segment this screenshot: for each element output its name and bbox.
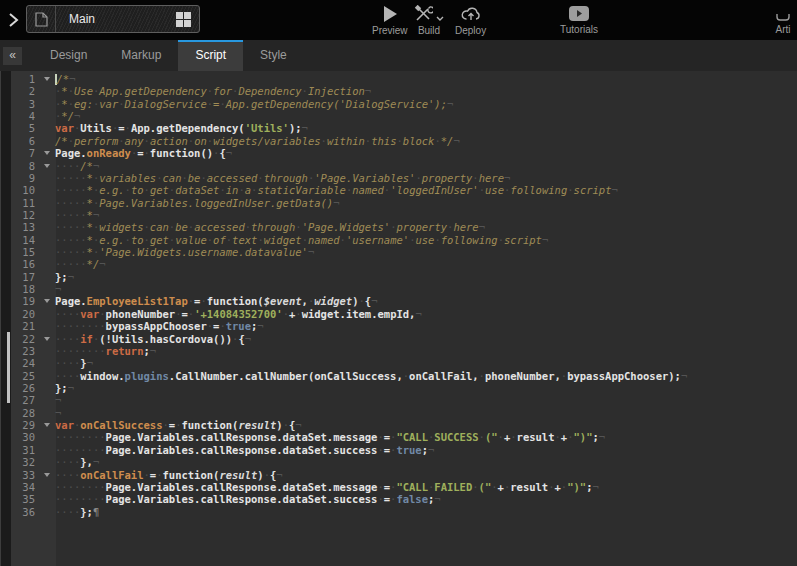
code-line[interactable]: 23········return;¬	[0, 345, 797, 357]
page-selector[interactable]: Main	[26, 5, 200, 33]
line-number: 22	[0, 333, 41, 345]
fold-marker-icon[interactable]	[41, 333, 55, 345]
current-page-label: Main	[56, 12, 176, 26]
fold-marker-icon[interactable]	[41, 469, 55, 481]
code-line[interactable]: 35········Page.Variables.callResponse.da…	[0, 493, 797, 505]
tutorials-button[interactable]: Tutorials	[560, 5, 598, 35]
line-number: 17	[0, 271, 41, 283]
code-text: ·····*/¬	[55, 258, 106, 270]
code-line[interactable]: 36····};¶	[0, 506, 797, 518]
code-line[interactable]: 30········Page.Variables.callResponse.da…	[0, 431, 797, 443]
tab-markup[interactable]: Markup	[104, 40, 178, 71]
preview-button[interactable]: Preview	[372, 5, 408, 36]
artifacts-button-clipped[interactable]: Arti	[775, 5, 791, 35]
tab-design[interactable]: Design	[33, 40, 104, 71]
fold-column	[41, 221, 55, 233]
code-line[interactable]: 9·····*·variables·can·be·accessed·throug…	[0, 172, 797, 184]
code-line[interactable]: 14·····*·e.g.·to·get·value·of·text·widge…	[0, 234, 797, 246]
code-text: };¬	[55, 271, 74, 283]
end-of-line-mark: ¬	[150, 345, 156, 357]
end-of-line-mark: ¬	[93, 456, 99, 468]
code-line[interactable]: 12·····*¬	[0, 209, 797, 221]
code-line[interactable]: 20····var·phoneNumber·=·'+14084352700'·+…	[0, 308, 797, 320]
fold-column	[41, 370, 55, 382]
code-line[interactable]: 15·····*·'Page.Widgets.username.datavalu…	[0, 246, 797, 258]
tab-style[interactable]: Style	[243, 40, 304, 71]
code-line[interactable]: 25····window.plugins.CallNumber.callNumb…	[0, 370, 797, 382]
fold-marker-icon[interactable]	[41, 295, 55, 307]
code-line[interactable]: 26};¬	[0, 382, 797, 394]
end-of-line-mark: ¬	[276, 469, 282, 481]
code-line[interactable]: 7Page.onReady·=·function()·{¬	[0, 147, 797, 159]
fold-marker-icon[interactable]	[41, 160, 55, 172]
fold-column	[41, 481, 55, 493]
chevron-right-icon[interactable]	[8, 12, 20, 28]
line-number: 33	[0, 469, 41, 481]
script-editor[interactable]: 1/*¬2·*·Use·App.getDependency·for·Depend…	[0, 71, 797, 566]
code-text: ····}¬	[55, 357, 93, 369]
code-line[interactable]: 16·····*/¬	[0, 258, 797, 270]
line-number: 7	[0, 147, 41, 159]
tab-script[interactable]: Script	[178, 40, 243, 71]
end-of-line-mark: ¬	[99, 258, 105, 270]
end-of-line-mark: ¬	[333, 197, 339, 209]
code-line[interactable]: 32····},¬	[0, 456, 797, 468]
code-line[interactable]: 8····/*¬	[0, 160, 797, 172]
code-text: ·····*·widgets·can·be·accessed·through·'…	[55, 221, 485, 233]
code-line[interactable]: 29var·onCallSuccess·=·function(result)·{…	[0, 419, 797, 431]
code-line[interactable]: 18¬	[0, 283, 797, 295]
grid-icon[interactable]	[176, 12, 191, 27]
line-number: 23	[0, 345, 41, 357]
code-line[interactable]: 11·····*·Page.Variables.loggedInUser.get…	[0, 197, 797, 209]
code-line[interactable]: 13·····*·widgets·can·be·accessed·through…	[0, 221, 797, 233]
end-of-line-mark: ¬	[226, 147, 232, 159]
code-line[interactable]: 34········Page.Variables.callResponse.da…	[0, 481, 797, 493]
code-lines[interactable]: 1/*¬2·*·Use·App.getDependency·for·Depend…	[0, 73, 797, 518]
end-of-line-mark: ¬	[93, 160, 99, 172]
build-button[interactable]: Build	[414, 5, 444, 36]
code-line[interactable]: 10·····*·e.g.·to·get·dataSet·in·a·static…	[0, 184, 797, 196]
fold-column	[41, 382, 55, 394]
code-line[interactable]: 28¬	[0, 407, 797, 419]
fold-column	[41, 246, 55, 258]
document-icon	[27, 6, 56, 32]
code-text: ····var·phoneNumber·=·'+14084352700'·+·w…	[55, 308, 422, 320]
deploy-label: Deploy	[455, 25, 486, 36]
fold-column	[41, 172, 55, 184]
code-text: var·onCallSuccess·=·function(result)·{¬	[55, 419, 302, 431]
end-of-line-mark: ¬	[599, 431, 605, 443]
line-number: 6	[0, 135, 41, 147]
code-line[interactable]: 22····if·(!Utils.hasCordova())·{¬	[0, 333, 797, 345]
collapse-panel-icon[interactable]: «	[3, 47, 22, 65]
code-line[interactable]: 19Page.EmployeeList1Tap·=·function($even…	[0, 295, 797, 307]
code-line[interactable]: 1/*¬	[0, 73, 797, 85]
end-of-line-mark: ¬	[504, 172, 510, 184]
fold-marker-icon[interactable]	[41, 73, 55, 85]
code-line[interactable]: 3·*·eg:·var·DialogService·=·App.getDepen…	[0, 98, 797, 110]
deploy-button[interactable]: Deploy	[455, 5, 486, 36]
code-text: ·····*·e.g.·to·get·dataSet·in·a·staticVa…	[55, 184, 618, 196]
code-line[interactable]: 31········Page.Variables.callResponse.da…	[0, 444, 797, 456]
code-line[interactable]: 24····}¬	[0, 357, 797, 369]
code-line[interactable]: 17};¬	[0, 271, 797, 283]
code-line[interactable]: 2·*·Use·App.getDependency·for·Dependency…	[0, 85, 797, 97]
fold-marker-icon[interactable]	[41, 147, 55, 159]
code-line[interactable]: 27¬	[0, 394, 797, 406]
code-line[interactable]: 21········bypassAppChooser·=·true;¬	[0, 320, 797, 332]
code-line[interactable]: 5var·Utils·=·App.getDependency('Utils');…	[0, 122, 797, 134]
line-number: 32	[0, 456, 41, 468]
chevron-down-icon[interactable]	[436, 16, 444, 22]
end-of-line-mark: ¬	[415, 308, 421, 320]
line-number: 31	[0, 444, 41, 456]
fold-column	[41, 283, 55, 295]
fold-marker-icon[interactable]	[41, 419, 55, 431]
code-text: ····onCallFail·=·function(result)·{¬	[55, 469, 283, 481]
code-line[interactable]: 33····onCallFail·=·function(result)·{¬	[0, 469, 797, 481]
code-line[interactable]: 6/*·perform·any·action·on·widgets/variab…	[0, 135, 797, 147]
line-number: 28	[0, 407, 41, 419]
code-text: ····window.plugins.CallNumber.callNumber…	[55, 370, 687, 382]
line-number: 10	[0, 184, 41, 196]
end-of-line-mark: ¬	[434, 493, 440, 505]
code-line[interactable]: 4·*/¬	[0, 110, 797, 122]
end-of-line-mark: ¬	[68, 382, 74, 394]
